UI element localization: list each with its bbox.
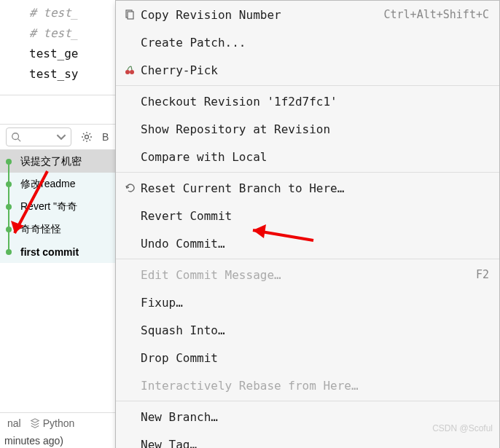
svg-point-0 [12, 133, 19, 140]
watermark: CSDN @Scoful [432, 423, 493, 433]
menu-create-patch[interactable]: Create Patch... [116, 28, 499, 56]
menu-separator [116, 259, 499, 259]
svg-rect-4 [128, 12, 133, 19]
graph-column [1, 173, 16, 195]
menu-squash-into[interactable]: Squash Into… [116, 316, 499, 344]
menu-compare-local[interactable]: Compare with Local [116, 143, 499, 170]
commit-message: 修改readme [16, 178, 75, 191]
commit-dot [6, 181, 12, 187]
commit-message: Revert "奇奇 [16, 200, 77, 213]
terminal-tab[interactable]: nal [7, 417, 21, 429]
context-menu: Copy Revision Number Ctrl+Alt+Shift+C Cr… [115, 0, 500, 448]
bottom-bar: nal Python [0, 412, 117, 433]
svg-point-2 [85, 135, 89, 139]
menu-reset-branch[interactable]: Reset Current Branch to Here… [116, 174, 499, 202]
stack-icon [30, 418, 40, 428]
graph-column [1, 195, 16, 218]
timestamp-text: minutes ago) [0, 433, 68, 448]
graph-column [1, 150, 16, 173]
menu-separator [116, 85, 499, 86]
menu-fixup[interactable]: Fixup… [116, 288, 499, 316]
menu-separator [116, 401, 499, 401]
commit-message: 奇奇怪怪 [16, 223, 61, 236]
commit-dot [6, 204, 12, 210]
menu-drop-commit[interactable]: Drop Commit [116, 344, 499, 372]
search-input[interactable] [6, 127, 71, 146]
commit-message: first commit [16, 246, 79, 258]
graph-column [1, 218, 16, 240]
menu-cherry-pick[interactable]: Cherry-Pick [116, 56, 499, 84]
chevron-down-icon [56, 132, 66, 142]
menu-undo-commit[interactable]: Undo Commit… [116, 229, 499, 257]
commit-dot [6, 249, 12, 255]
commit-dot [6, 227, 12, 232]
menu-checkout-revision[interactable]: Checkout Revision '1f2d7fc1' [116, 87, 499, 115]
svg-line-1 [18, 139, 21, 142]
menu-revert-commit[interactable]: Revert Commit [116, 202, 499, 229]
branch-filter[interactable]: B [102, 131, 109, 143]
search-icon [11, 132, 21, 142]
menu-interactive-rebase: Interactively Rebase from Here… [116, 372, 499, 399]
gear-icon [81, 131, 93, 143]
undo-icon [122, 182, 138, 194]
menu-separator [116, 172, 499, 173]
graph-column [1, 240, 16, 263]
svg-point-6 [130, 70, 134, 74]
menu-copy-revision[interactable]: Copy Revision Number Ctrl+Alt+Shift+C [116, 1, 499, 28]
python-console-tab[interactable]: Python [30, 417, 75, 429]
commit-message: 误提交了机密 [16, 155, 82, 168]
copy-icon [122, 9, 138, 20]
menu-edit-commit-message: Edit Commit Message… F2 [116, 261, 499, 288]
commit-dot [6, 159, 12, 165]
menu-show-repo[interactable]: Show Repository at Revision [116, 115, 499, 143]
svg-point-5 [125, 70, 130, 74]
cherry-icon [122, 64, 138, 76]
settings-button[interactable] [77, 127, 96, 146]
